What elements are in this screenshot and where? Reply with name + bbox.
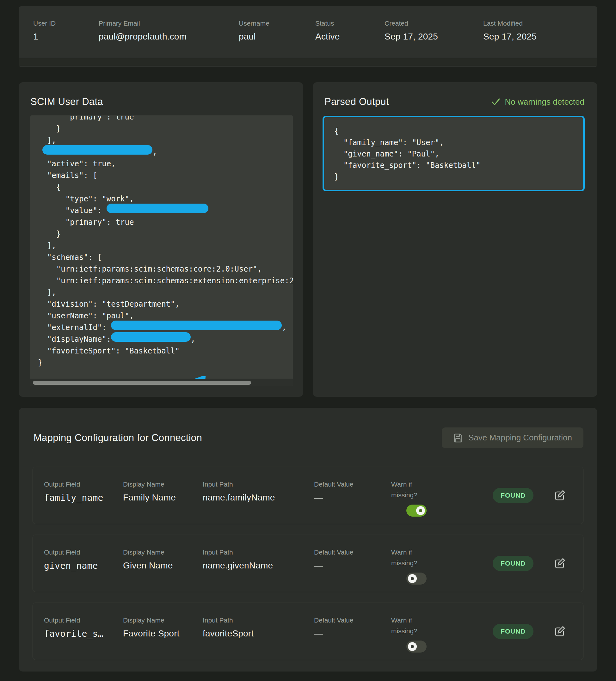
floppy-disk-icon [453, 433, 463, 443]
warn-toggle[interactable] [406, 573, 426, 585]
edit-pencil-icon [554, 489, 566, 501]
user-id-label: User ID [33, 20, 99, 27]
output-field-label: Output Field [44, 615, 123, 626]
user-info-fields: User ID 1 Primary Email paul@propelauth.… [19, 6, 597, 42]
status-field: Status Active [315, 20, 385, 42]
status-label: Status [315, 20, 385, 27]
created-field: Created Sep 17, 2025 [385, 20, 483, 42]
user-id-value: 1 [33, 32, 99, 42]
input-path-value: name.givenName [203, 560, 314, 571]
scim-user-data-panel: SCIM User Data "primary": true } ], , "a… [19, 82, 303, 397]
output-field-value: favorite_s… [44, 629, 123, 639]
no-warnings-status: No warnings detected [491, 97, 584, 107]
default-value: — [314, 493, 391, 503]
save-mapping-label: Save Mapping Configuration [468, 433, 572, 443]
redaction-bar [42, 145, 152, 155]
primary-email-value: paul@propelauth.com [99, 32, 239, 42]
default-value: — [314, 629, 391, 639]
edit-pencil-icon [554, 625, 566, 637]
input-path-value: name.familyName [203, 493, 314, 503]
output-field-label: Output Field [44, 547, 123, 558]
last-modified-field: Last Modified Sep 17, 2025 [483, 20, 597, 42]
warn-toggle[interactable] [406, 505, 426, 516]
last-modified-label: Last Modified [483, 20, 597, 27]
last-modified-value: Sep 17, 2025 [483, 32, 597, 42]
status-value: Active [315, 32, 385, 42]
username-label: Username [239, 20, 315, 27]
mapping-title: Mapping Configuration for Connection [32, 432, 202, 444]
edit-mapping-button[interactable] [554, 625, 566, 637]
output-field-value: given_name [44, 560, 123, 571]
display-name-value: Family Name [123, 493, 203, 503]
warn-if-missing-label: Warn if missing? [391, 615, 426, 636]
horizontal-scrollbar[interactable] [30, 379, 293, 386]
mapping-row-family-name: Output Field family_name Display Name Fa… [32, 466, 584, 524]
warn-if-missing-label: Warn if missing? [391, 479, 426, 501]
edit-mapping-button[interactable] [554, 489, 566, 501]
default-value-label: Default Value [314, 479, 391, 490]
redaction-bar [111, 332, 191, 342]
edit-pencil-icon [554, 557, 566, 570]
output-field-value: family_name [44, 493, 123, 503]
username-field: Username paul [239, 20, 315, 42]
user-id-field: User ID 1 [33, 20, 99, 42]
scim-panel-title: SCIM User Data [30, 96, 103, 107]
input-path-value: favoriteSport [203, 629, 314, 639]
input-path-label: Input Path [203, 615, 314, 626]
display-name-label: Display Name [123, 479, 203, 490]
redaction-bar [111, 321, 282, 330]
display-name-label: Display Name [123, 547, 203, 558]
input-path-label: Input Path [203, 479, 314, 490]
found-badge: FOUND [493, 556, 534, 571]
save-mapping-button[interactable]: Save Mapping Configuration [442, 427, 584, 448]
mapping-rows: Output Field family_name Display Name Fa… [32, 466, 584, 660]
warn-toggle[interactable] [406, 640, 426, 653]
parsed-output-code: { "family_name": "User", "given_name": "… [324, 117, 583, 182]
display-name-label: Display Name [123, 615, 203, 626]
parsed-panel-title: Parsed Output [324, 96, 389, 107]
default-value: — [314, 560, 391, 571]
output-field-label: Output Field [44, 479, 123, 490]
parsed-output-box: { "family_name": "User", "given_name": "… [323, 116, 585, 191]
warn-if-missing-label: Warn if missing? [391, 547, 426, 569]
scrollbar-thumb[interactable] [33, 381, 251, 385]
default-value-label: Default Value [314, 615, 391, 626]
found-badge: FOUND [493, 624, 534, 639]
primary-email-field: Primary Email paul@propelauth.com [99, 20, 239, 42]
check-icon [491, 97, 500, 106]
display-name-value: Given Name [123, 560, 203, 571]
created-value: Sep 17, 2025 [385, 32, 483, 42]
display-name-value: Favorite Sport [123, 629, 203, 639]
scim-code-block: "primary": true } ], , "active": true, "… [30, 116, 293, 386]
edit-mapping-button[interactable] [554, 557, 566, 570]
username-value: paul [239, 32, 315, 42]
user-info-card: User ID 1 Primary Email paul@propelauth.… [19, 6, 597, 67]
primary-email-label: Primary Email [99, 20, 239, 27]
parsed-output-panel: Parsed Output No warnings detected { "fa… [313, 82, 597, 397]
mapping-configuration-card: Mapping Configuration for Connection Sav… [19, 408, 597, 672]
created-label: Created [385, 20, 483, 27]
mapping-row-given-name: Output Field given_name Display Name Giv… [32, 535, 584, 592]
redaction-bar [106, 204, 208, 213]
toggle-knob [408, 642, 417, 651]
default-value-label: Default Value [314, 547, 391, 558]
toggle-knob [416, 506, 425, 515]
input-path-label: Input Path [203, 547, 314, 558]
toggle-knob [408, 574, 417, 583]
mapping-row-favorite-sport: Output Field favorite_s… Display Name Fa… [32, 603, 584, 660]
header-footer-strip [19, 58, 597, 66]
found-badge: FOUND [493, 488, 534, 503]
no-warnings-text: No warnings detected [505, 97, 584, 107]
scim-code-lines: "primary": true } ], , "active": true, "… [30, 116, 293, 379]
